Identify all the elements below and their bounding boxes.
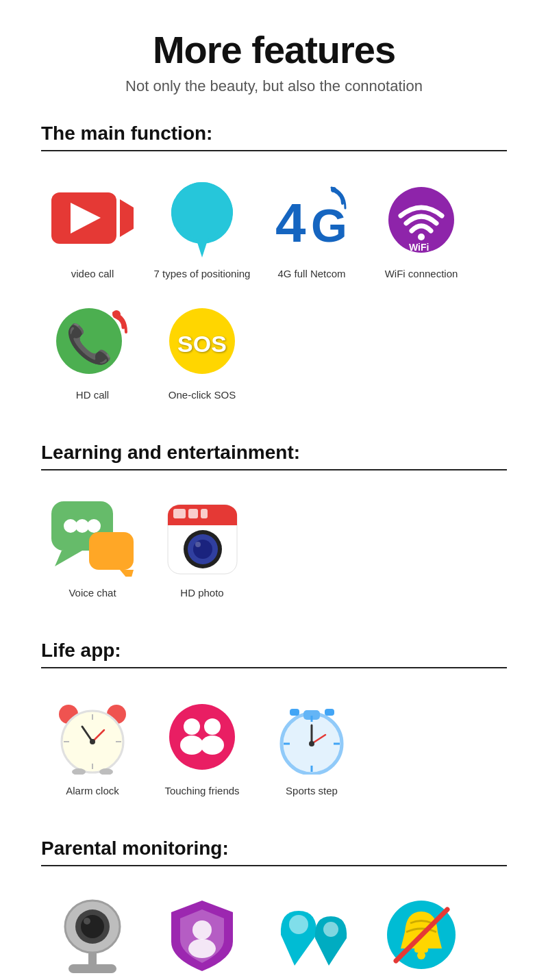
section-title-main: The main function: (41, 123, 507, 151)
monitoring-icon-wrap (51, 894, 134, 976)
sos-icon-wrap: SOS (161, 300, 243, 382)
learning-grid: Voice chat HD (41, 491, 507, 612)
section-title-learning: Learning and entertainment: (41, 442, 507, 470)
svg-point-14 (112, 310, 121, 318)
feature-hd-photo: HD photo (151, 498, 253, 599)
feature-safe-area: Safe area (151, 894, 253, 980)
positioning-icon-wrap: 7 (161, 179, 243, 261)
disabled-icon-wrap (380, 894, 462, 976)
feature-positioning: 7 7 types of positioning (151, 179, 253, 279)
svg-point-74 (417, 951, 425, 959)
svg-point-69 (188, 939, 216, 958)
wifi-label: WiFi connection (385, 268, 458, 279)
hd-call-icon-wrap: 📞 (51, 300, 134, 382)
alarm-clock-label: Alarm clock (66, 785, 119, 796)
voice-chat-label: Voice chat (68, 587, 116, 599)
svg-point-71 (323, 922, 338, 937)
feature-real-time-monitoring: real time monitoring (41, 894, 144, 980)
svg-point-43 (90, 739, 95, 744)
sports-step-label: Sports step (286, 785, 338, 796)
hd-photo-label: HD photo (180, 587, 223, 599)
section-life-app: Life app: (0, 626, 548, 824)
touching-friends-label: Touching friends (164, 785, 239, 796)
feature-hd-call: 📞 HD call (41, 300, 144, 401)
safe-area-icon (168, 897, 236, 972)
hd-photo-icon-wrap (161, 498, 243, 580)
feature-voice-chat: Voice chat (41, 498, 144, 599)
video-call-label: video call (71, 268, 114, 279)
page-header: More features Not only the beauty, but a… (0, 0, 548, 109)
feature-4g: 4 G 4G full Netcom (260, 179, 363, 279)
4g-icon-wrap: 4 G (271, 179, 353, 261)
feature-sos: SOS One-click SOS (151, 300, 253, 401)
svg-point-64 (81, 915, 104, 938)
positioning-icon: 7 (168, 179, 236, 261)
feature-sports-step: Sports step (260, 696, 363, 796)
sports-step-icon-wrap (271, 696, 353, 778)
svg-point-68 (192, 920, 212, 940)
section-main-function: The main function: video call 7 (0, 109, 548, 428)
feature-alarm-clock: Alarm clock (41, 696, 144, 796)
section-title-life: Life app: (41, 640, 507, 668)
section-parental: Parental monitoring: real time monito (0, 824, 548, 980)
safe-area-icon-wrap (161, 894, 243, 976)
svg-text:G: G (311, 199, 347, 251)
section-title-parental: Parental monitoring: (41, 838, 507, 866)
touching-friends-icon (168, 703, 236, 771)
feature-video-call: video call (41, 179, 144, 279)
page-subtitle: Not only the beauty, but also the connot… (14, 77, 534, 95)
alarm-clock-icon (55, 699, 130, 775)
motion-track-icon (273, 897, 351, 972)
svg-point-70 (289, 915, 308, 934)
svg-point-33 (195, 542, 201, 547)
video-call-icon-wrap (51, 179, 134, 261)
svg-rect-28 (188, 509, 198, 518)
monitoring-icon (55, 896, 130, 975)
video-call-icon (51, 192, 134, 247)
svg-point-61 (309, 741, 314, 746)
alarm-clock-icon-wrap (51, 696, 134, 778)
svg-point-21 (87, 519, 101, 533)
wifi-icon-wrap: WiFi (380, 179, 462, 261)
svg-point-10 (418, 234, 425, 240)
svg-rect-29 (201, 509, 208, 518)
life-app-grid: Alarm clock Touching friends (41, 689, 507, 810)
svg-point-65 (84, 918, 90, 925)
svg-marker-23 (120, 570, 134, 577)
svg-text:SOS: SOS (177, 331, 227, 357)
hd-call-label: HD call (76, 389, 109, 401)
feature-motion-track: Motion track (260, 894, 363, 980)
svg-rect-22 (89, 532, 134, 570)
main-function-row2: 📞 HD call SOS One-click SOS (41, 293, 507, 414)
feature-disabled-in-class: Disabled in class (370, 894, 473, 980)
svg-point-8 (331, 187, 336, 192)
svg-point-49 (204, 718, 221, 735)
svg-rect-66 (88, 952, 97, 966)
parental-grid: real time monitoring Safe area (41, 887, 507, 980)
svg-rect-27 (173, 509, 186, 518)
feature-wifi: WiFi WiFi connection (370, 179, 473, 279)
svg-text:📞: 📞 (66, 322, 113, 366)
hd-photo-icon (166, 503, 238, 575)
page-title: More features (14, 27, 534, 72)
svg-point-48 (180, 736, 203, 755)
svg-rect-67 (68, 964, 116, 973)
sos-icon: SOS (168, 307, 236, 375)
svg-marker-1 (120, 199, 134, 237)
svg-rect-54 (325, 709, 334, 716)
touching-friends-icon-wrap (161, 696, 243, 778)
svg-rect-53 (290, 709, 299, 716)
voice-chat-icon-wrap (51, 498, 134, 580)
svg-point-46 (169, 704, 235, 770)
wifi-icon: WiFi (387, 186, 456, 254)
sports-step-icon (276, 699, 348, 775)
svg-marker-18 (55, 551, 82, 566)
voice-chat-icon (51, 501, 134, 577)
motion-track-icon-wrap (271, 894, 353, 976)
main-function-grid: video call 7 7 types of positioning (41, 172, 507, 293)
svg-text:WiFi: WiFi (409, 242, 429, 253)
svg-text:4: 4 (275, 192, 306, 253)
hd-call-icon: 📞 (55, 303, 130, 379)
4g-icon: 4 G (274, 186, 349, 254)
4g-label: 4G full Netcom (277, 268, 345, 279)
